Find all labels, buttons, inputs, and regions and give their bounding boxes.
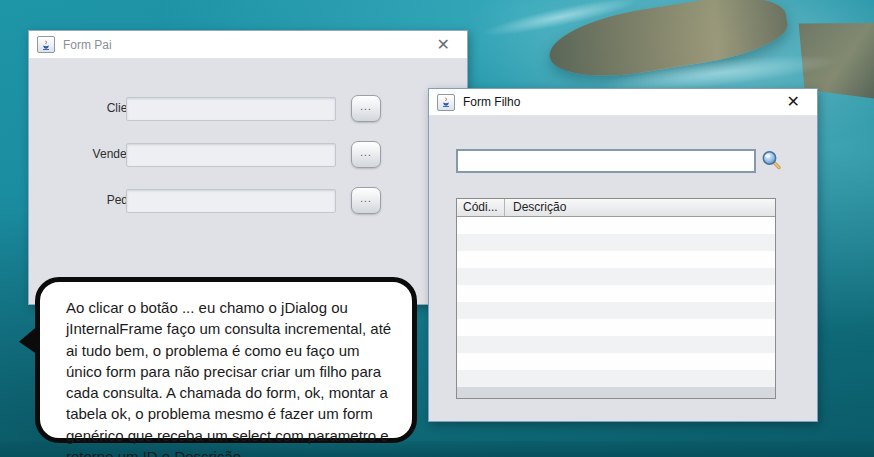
table-row bbox=[457, 251, 775, 268]
vendedor-input[interactable] bbox=[126, 143, 336, 167]
form-filho-titlebar[interactable]: Form Filho ✕ bbox=[429, 89, 817, 116]
form-pai-titlebar[interactable]: Form Pai ✕ bbox=[29, 31, 467, 59]
cliente-input[interactable] bbox=[126, 97, 336, 121]
speech-bubble-text: Ao clicar o botão ... eu chamo o jDialog… bbox=[66, 297, 394, 457]
table-header: Códi... Descrição bbox=[457, 199, 775, 217]
java-icon bbox=[437, 94, 455, 111]
column-header-codigo[interactable]: Códi... bbox=[457, 199, 505, 216]
results-table: Códi... Descrição bbox=[456, 198, 776, 399]
column-header-descricao[interactable]: Descrição bbox=[505, 199, 775, 216]
speech-bubble: Ao clicar o botão ... eu chamo o jDialog… bbox=[35, 277, 417, 443]
cliente-lookup-button[interactable]: ... bbox=[351, 95, 381, 122]
table-body[interactable] bbox=[457, 217, 775, 387]
table-row bbox=[457, 302, 775, 319]
window-title: Form Filho bbox=[463, 95, 520, 109]
field-row-vendedor: Vendedor ... bbox=[29, 141, 467, 169]
table-row bbox=[457, 268, 775, 285]
java-coffee-cup-icon bbox=[440, 96, 452, 108]
table-row bbox=[457, 336, 775, 353]
table-row bbox=[457, 370, 775, 387]
table-row bbox=[457, 234, 775, 251]
table-row bbox=[457, 217, 775, 234]
close-icon[interactable]: ✕ bbox=[434, 36, 453, 54]
table-empty-area bbox=[457, 387, 775, 399]
search-icon[interactable] bbox=[760, 149, 783, 172]
table-row bbox=[457, 285, 775, 302]
window-title: Form Pai bbox=[63, 38, 112, 52]
field-row-pedido: Pedido ... bbox=[29, 187, 467, 215]
table-row bbox=[457, 319, 775, 336]
form-pai-window: Form Pai ✕ Cliente ... Vendedor ... Pedi… bbox=[28, 30, 468, 305]
table-row bbox=[457, 353, 775, 370]
field-row-cliente: Cliente ... bbox=[29, 95, 467, 123]
pedido-lookup-button[interactable]: ... bbox=[351, 187, 381, 214]
close-icon[interactable]: ✕ bbox=[784, 93, 803, 111]
search-input[interactable] bbox=[456, 149, 756, 173]
java-coffee-cup-icon bbox=[40, 39, 52, 51]
java-icon bbox=[37, 36, 55, 53]
form-filho-window: Form Filho ✕ Códi... Descrição bbox=[428, 88, 818, 422]
pedido-input[interactable] bbox=[126, 189, 336, 213]
vendedor-lookup-button[interactable]: ... bbox=[351, 141, 381, 168]
